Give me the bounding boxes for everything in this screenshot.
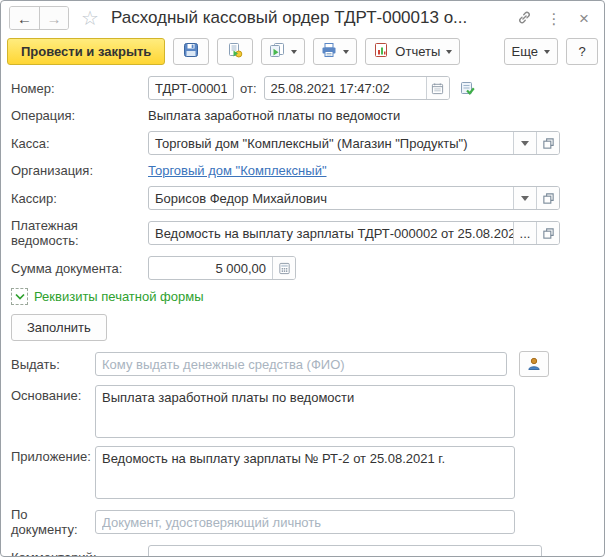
cashier-dropdown-icon[interactable] — [513, 187, 536, 209]
fill-button[interactable]: Заполнить — [11, 314, 107, 341]
issue-label: Выдать: — [11, 357, 95, 372]
statement-row: Платежная ведомость: Ведомость на выплат… — [11, 218, 594, 248]
cashbox-label: Касса: — [11, 136, 148, 151]
calendar-icon[interactable] — [426, 77, 449, 99]
issue-input[interactable] — [96, 353, 506, 375]
create-based-on-icon — [269, 42, 285, 61]
cashbox-row: Касса: Торговый дом "Комплексный" (Магаз… — [11, 131, 594, 155]
basis-row: Основание: Выплата заработной платы по в… — [11, 385, 594, 438]
amount-value[interactable]: 5 000,00 — [149, 261, 272, 276]
reports-label: Отчеты — [395, 44, 440, 59]
operation-value: Выплата заработной платы по ведомости — [148, 108, 400, 123]
appendix-textarea[interactable]: Ведомость на выплату зарплаты № РТ-2 от … — [95, 446, 515, 499]
by-document-input[interactable] — [96, 511, 514, 533]
organization-row: Организация: Торговый дом "Комплексный" — [11, 163, 594, 178]
close-icon[interactable]: × — [572, 10, 596, 27]
forward-icon[interactable]: → — [39, 7, 68, 29]
reports-button[interactable]: Отчеты — [365, 38, 460, 65]
cashier-label: Кассир: — [11, 191, 148, 206]
print-button[interactable] — [313, 38, 357, 65]
titlebar: ← → ☆ Расходный кассовый ордер ТДРТ-0000… — [1, 1, 604, 35]
statement-choose-button[interactable]: ... — [513, 222, 536, 244]
number-row: Номер: от: — [11, 76, 594, 100]
comment-label: Комментарий: — [11, 550, 148, 557]
cashier-value[interactable]: Борисов Федор Михайлович — [149, 191, 513, 206]
favorite-star-icon[interactable]: ☆ — [81, 8, 99, 28]
document-window: ← → ☆ Расходный кассовый ордер ТДРТ-0000… — [0, 0, 605, 557]
issue-row: Выдать: — [11, 351, 594, 377]
comment-input[interactable] — [149, 546, 541, 557]
post-document-button[interactable] — [217, 38, 253, 65]
date-field — [264, 76, 450, 100]
dropdown-caret-icon — [446, 50, 452, 54]
amount-label: Сумма документа: — [11, 261, 148, 276]
print-form-group-label: Реквизиты печатной формы — [34, 289, 204, 304]
document-form: Номер: от: — [1, 71, 604, 557]
create-based-on-button[interactable] — [261, 38, 305, 65]
chevron-down-icon — [11, 288, 28, 305]
more-label: Еще — [512, 44, 538, 59]
appendix-label: Приложение: — [11, 446, 95, 464]
dropdown-caret-icon — [291, 50, 297, 54]
toolbar-right: Еще ? — [504, 38, 598, 65]
date-input[interactable] — [265, 77, 426, 99]
cashier-open-icon[interactable] — [536, 187, 559, 209]
operation-row: Операция: Выплата заработной платы по ве… — [11, 108, 594, 123]
organization-link[interactable]: Торговый дом "Комплексный" — [148, 163, 327, 178]
basis-textarea[interactable]: Выплата заработной платы по ведомости — [95, 385, 515, 438]
number-input[interactable] — [149, 77, 233, 99]
save-button[interactable] — [173, 38, 209, 65]
cashier-row: Кассир: Борисов Федор Михайлович — [11, 186, 594, 210]
organization-label: Организация: — [11, 163, 148, 178]
nav-buttons: ← → — [9, 6, 69, 30]
amount-field: 5 000,00 — [148, 256, 296, 280]
get-link-icon[interactable] — [512, 10, 536, 27]
calculator-icon[interactable] — [272, 257, 295, 279]
issue-field — [95, 352, 507, 376]
cashbox-value[interactable]: Торговый дом "Комплексный" (Магазин "Про… — [149, 136, 513, 151]
statement-value[interactable]: Ведомость на выплату зарплаты ТДРТ-00000… — [149, 226, 513, 241]
print-icon — [321, 42, 337, 61]
dropdown-caret-icon — [544, 50, 550, 54]
comment-row: Комментарий: — [11, 545, 594, 557]
window-title: Расходный кассовый ордер ТДРТ-000013 о..… — [111, 8, 506, 28]
number-field — [148, 76, 234, 100]
person-icon — [526, 356, 542, 372]
dropdown-caret-icon — [343, 50, 349, 54]
document-check-icon[interactable] — [459, 80, 476, 97]
number-label: Номер: — [11, 81, 148, 96]
by-document-label: По документу: — [11, 507, 95, 537]
statement-field: Ведомость на выплату зарплаты ТДРТ-00000… — [148, 221, 560, 245]
back-icon[interactable]: ← — [10, 7, 39, 29]
amount-row: Сумма документа: 5 000,00 — [11, 256, 594, 280]
statement-label: Платежная ведомость: — [11, 218, 148, 248]
cashbox-open-icon[interactable] — [536, 132, 559, 154]
help-button[interactable]: ? — [566, 38, 598, 65]
statement-open-icon[interactable] — [536, 222, 559, 244]
comment-field — [148, 545, 542, 557]
cashbox-field: Торговый дом "Комплексный" (Магазин "Про… — [148, 131, 560, 155]
select-person-button[interactable] — [519, 351, 549, 377]
more-dots-icon[interactable]: ⋮ — [542, 11, 566, 26]
cashbox-dropdown-icon[interactable] — [513, 132, 536, 154]
cashier-field: Борисов Федор Михайлович — [148, 186, 560, 210]
date-prefix-label: от: — [240, 81, 257, 96]
post-and-close-button[interactable]: Провести и закрыть — [7, 38, 165, 65]
by-document-field — [95, 510, 515, 534]
appendix-row: Приложение: Ведомость на выплату зарплат… — [11, 446, 594, 499]
post-document-icon — [227, 42, 243, 61]
print-form-group-toggle[interactable]: Реквизиты печатной формы — [11, 288, 594, 305]
toolbar: Провести и закрыть — [1, 35, 604, 71]
save-icon — [183, 42, 199, 61]
by-document-row: По документу: — [11, 507, 594, 537]
reports-icon — [373, 42, 389, 61]
operation-label: Операция: — [11, 108, 148, 123]
basis-label: Основание: — [11, 385, 95, 403]
more-button[interactable]: Еще — [504, 38, 558, 65]
